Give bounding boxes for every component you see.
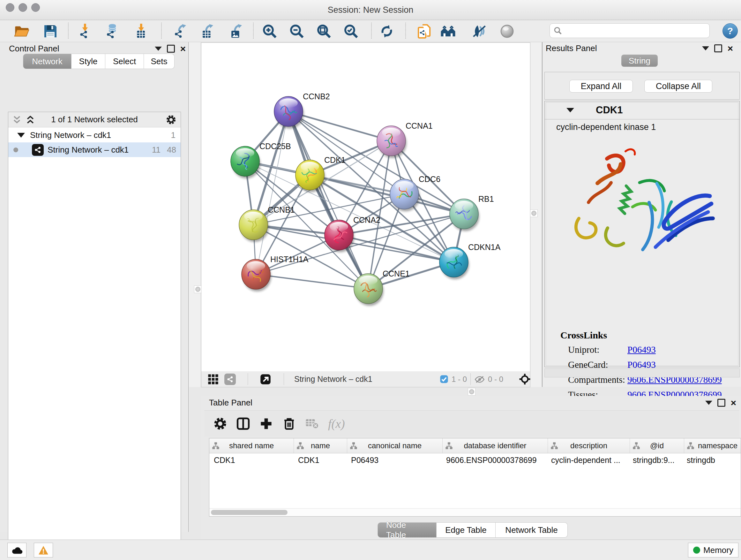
panel-float-icon[interactable] (167, 45, 175, 53)
node-label-CCNB1: CCNB1 (268, 205, 295, 214)
detach-view-icon[interactable] (260, 374, 271, 386)
bottom-splitter-handle[interactable] (468, 388, 475, 395)
network-edge-HIST1H1A-CCNE1[interactable] (256, 274, 368, 289)
search-field[interactable] (549, 23, 710, 38)
panel-close-icon[interactable]: × (731, 400, 736, 406)
panel-float-icon[interactable] (714, 44, 722, 52)
network-row-selected[interactable]: String Network – cdk1 11 48 (8, 142, 181, 157)
zoom-selected-icon[interactable] (342, 23, 360, 40)
help-icon[interactable]: ? (723, 23, 738, 39)
tab-string[interactable]: String (621, 55, 658, 67)
table-cell[interactable]: P06493 (347, 453, 442, 467)
column-header-database-identifier[interactable]: database identifier (443, 438, 548, 453)
network-collection-row[interactable]: String Network – cdk1 1 (8, 128, 181, 142)
table-cell[interactable]: cyclin-dependent ... (547, 453, 628, 467)
column-header-name[interactable]: name (294, 438, 347, 453)
protein-section-header[interactable]: CDK1 (545, 101, 739, 119)
panel-menu-icon[interactable] (702, 46, 709, 51)
network-node-CDKN1A[interactable] (440, 247, 469, 279)
network-node-HIST1H1A[interactable] (242, 259, 271, 292)
hidden-eye-icon[interactable] (474, 375, 485, 383)
network-node-CDC6[interactable] (390, 179, 420, 211)
import-network-icon[interactable] (76, 23, 94, 40)
network-node-CDK1[interactable] (295, 160, 325, 192)
show-all-icon[interactable] (498, 23, 516, 40)
memory-button[interactable]: Memory (688, 543, 738, 557)
search-input[interactable] (564, 26, 710, 36)
tab-sets[interactable]: Sets (144, 54, 175, 69)
gear-icon[interactable] (166, 115, 176, 125)
network-canvas[interactable]: CCNB2CCNA1CDC25BCDK1CDC6RB1CCNB1CCNA2CDK… (201, 43, 530, 372)
panel-close-icon[interactable]: × (180, 46, 186, 52)
save-session-icon[interactable] (42, 23, 59, 40)
left-splitter-handle[interactable] (194, 286, 202, 293)
table-cell[interactable]: CDK1 (209, 453, 293, 467)
results-horizontal-scrollbar[interactable] (544, 368, 740, 377)
export-image-icon[interactable] (227, 23, 245, 40)
right-splitter-handle[interactable] (530, 209, 538, 217)
collapse-all-button[interactable]: Collapse All (644, 80, 712, 92)
column-header-canonical-name[interactable]: canonical name (347, 438, 443, 453)
network-edge-CDK1-RB1[interactable] (310, 175, 464, 214)
tree-expander-icon[interactable] (17, 133, 25, 138)
clone-network-icon[interactable] (415, 23, 433, 40)
tab-network[interactable]: Network (23, 54, 71, 69)
table-cell[interactable]: CDK1 (293, 453, 347, 467)
birdseye-crosshair-icon[interactable] (519, 374, 530, 385)
tab-style[interactable]: Style (71, 54, 105, 69)
export-table-icon[interactable] (199, 23, 216, 40)
table-cell[interactable]: 9606.ENSP00000378699 (442, 453, 547, 467)
tab-select[interactable]: Select (105, 54, 144, 69)
panel-float-icon[interactable] (718, 399, 725, 407)
uniprot-link[interactable]: P06493 (627, 345, 656, 355)
first-neighbors-icon[interactable] (439, 23, 457, 40)
refresh-icon[interactable] (378, 23, 396, 40)
add-column-icon[interactable] (255, 415, 278, 433)
network-edge-CCNB2-HIST1H1A[interactable] (256, 111, 288, 274)
expand-all-icon[interactable] (26, 115, 35, 124)
network-node-RB1[interactable] (450, 199, 479, 231)
column-header-shared-name[interactable]: shared name (209, 438, 294, 453)
collapse-all-icon[interactable] (13, 115, 21, 124)
export-network-icon[interactable] (172, 23, 189, 40)
selected-checkbox-icon[interactable] (440, 375, 448, 383)
panel-menu-icon[interactable] (705, 401, 712, 405)
section-expander-icon[interactable] (566, 108, 574, 112)
network-node-CCNA1[interactable] (377, 126, 407, 158)
column-header-namespace[interactable]: namespace (684, 438, 741, 453)
hide-selected-icon[interactable] (470, 23, 488, 40)
open-session-icon[interactable] (13, 23, 30, 40)
table-cell[interactable]: stringdb (682, 453, 741, 467)
column-header-description[interactable]: description (548, 438, 630, 453)
import-network-database-icon[interactable] (104, 23, 121, 40)
warning-button[interactable] (34, 543, 53, 557)
scrollbar-thumb[interactable] (211, 510, 287, 515)
table-horizontal-scrollbar[interactable] (209, 508, 741, 516)
panel-menu-icon[interactable] (155, 47, 162, 51)
network-node-CCNB1[interactable] (239, 210, 269, 242)
panel-close-icon[interactable]: × (727, 45, 733, 52)
table-settings-gear-icon[interactable] (209, 415, 232, 433)
network-node-CDC25B[interactable] (231, 146, 260, 179)
tab-edge-table[interactable]: Edge Table (436, 522, 495, 538)
main-toolbar: ? (0, 20, 741, 42)
network-node-CCNE1[interactable] (354, 273, 384, 306)
node-table: shared namenamecanonical namedatabase id… (209, 438, 741, 516)
column-header--id[interactable]: @id (630, 438, 684, 453)
table-panel: Table Panel × f(x) shared namenamecanoni… (201, 396, 741, 540)
left-splitter[interactable] (189, 42, 200, 387)
table-cell[interactable]: stringdb:9... (628, 453, 682, 467)
grid-view-icon[interactable] (208, 374, 219, 385)
show-columns-icon[interactable] (232, 415, 255, 433)
network-view-icon[interactable] (224, 374, 236, 385)
delete-column-icon[interactable] (278, 415, 300, 433)
tab-node-table[interactable]: Node Table (378, 522, 436, 538)
expand-all-button[interactable]: Expand All (569, 80, 633, 92)
zoom-in-icon[interactable] (261, 23, 279, 40)
cloud-button[interactable] (7, 543, 26, 557)
import-table-icon[interactable] (132, 23, 150, 40)
zoom-out-icon[interactable] (288, 23, 306, 40)
tab-network-table[interactable]: Network Table (495, 522, 568, 538)
table-row[interactable]: CDK1CDK1P064939606.ENSP00000378699cyclin… (209, 453, 741, 467)
zoom-fit-icon[interactable] (315, 23, 333, 40)
